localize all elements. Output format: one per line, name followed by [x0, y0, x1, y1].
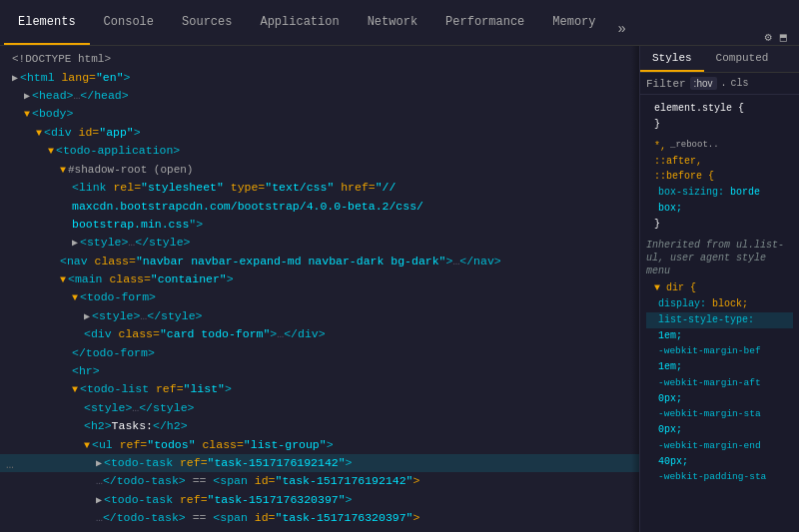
filter-bar: Filter :hov . cls	[640, 73, 799, 95]
tab-console[interactable]: Console	[90, 0, 168, 45]
dom-line-ul: ▼<ul ref="todos" class="list-group">	[0, 436, 639, 454]
dom-line-style1: ▶<style>…</style>	[0, 234, 639, 252]
tab-styles[interactable]: Styles	[640, 46, 704, 72]
dir-style-block: ▼ dir { display: block; list-style-type:…	[640, 278, 799, 487]
dom-line-hr: <hr>	[0, 362, 639, 380]
tab-icons: ⚙ ⬒	[765, 30, 795, 45]
dom-line-todo-form-open: ▼<todo-form>	[0, 288, 639, 306]
dom-line-todo-form-close: </todo-form>	[0, 344, 639, 362]
tab-bar: Elements Console Sources Application Net…	[0, 0, 799, 46]
dom-line-task1[interactable]: … ▶<todo-task ref="task-1517176192142">	[0, 454, 639, 472]
more-tabs-icon[interactable]: »	[610, 13, 634, 45]
dom-line-doctype: <!DOCTYPE html>	[0, 50, 639, 69]
tab-network[interactable]: Network	[354, 0, 431, 45]
dom-line-todo-list: ▼<todo-list ref="list">	[0, 380, 639, 398]
dom-line-html: ▶<html lang="en">	[0, 69, 639, 87]
inherited-label: Inherited from ul.list-	[640, 236, 799, 253]
dom-line-nav: <nav class="navbar navbar-expand-md navb…	[0, 253, 639, 270]
styles-content: element.style { } *, _reboot.. ::after, …	[640, 95, 799, 532]
tab-application[interactable]: Application	[246, 0, 353, 45]
dom-line-head: ▶<head>…</head>	[0, 87, 639, 105]
dom-line-div-card: <div class="card todo-form">…</div>	[0, 325, 639, 343]
dom-line-task2[interactable]: ▶<todo-task ref="task-1517176320397">	[0, 491, 639, 509]
styles-panel: Styles Computed Filter :hov . cls elemen…	[639, 46, 799, 532]
dom-line-style2: ▶<style>…</style>	[0, 307, 639, 325]
dom-line-h2: <h2>Tasks:</h2>	[0, 417, 639, 435]
sub-tab-bar: Styles Computed	[640, 46, 799, 73]
tab-performance[interactable]: Performance	[431, 0, 538, 45]
dom-line-shadow: ▼#shadow-root (open)	[0, 161, 639, 180]
dock-icon[interactable]: ⬒	[780, 30, 787, 45]
tab-elements[interactable]: Elements	[4, 0, 90, 45]
dom-line-style3: <style>…</style>	[0, 399, 639, 417]
dom-line-div-app: ▼<div id="app">	[0, 124, 639, 142]
tab-memory[interactable]: Memory	[538, 0, 609, 45]
dom-line-main: ▼<main class="container">	[0, 270, 639, 288]
dom-line-task2-close: …</todo-task> == <span id="task-15171763…	[0, 509, 639, 527]
dom-line-body: ▼<body>	[0, 105, 639, 123]
tab-sources[interactable]: Sources	[168, 0, 246, 45]
dom-line-task1-close: …</todo-task> == <span id="task-15171761…	[0, 472, 639, 490]
filter-dot: .	[721, 78, 727, 89]
hov-button[interactable]: :hov	[690, 77, 717, 90]
dom-line-link1: <link rel="stylesheet" type="text/css" h…	[0, 179, 639, 197]
dom-panel: <!DOCTYPE html> ▶<html lang="en"> ▶<head…	[0, 46, 639, 532]
inherited-label2: ul, user agent style	[640, 253, 799, 266]
inherited-label3: menu	[640, 266, 799, 278]
dom-line-close-tag: </todo-task>	[0, 528, 639, 532]
universal-style-block: *, _reboot.. ::after, ::before { box-siz…	[640, 137, 799, 235]
filter-label: Filter	[646, 78, 686, 90]
dom-line-link2: maxcdn.bootstrapcdn.com/bootstrap/4.0.0-…	[0, 198, 639, 216]
element-style-selector: element.style {	[654, 103, 744, 114]
cls-label: cls	[731, 78, 749, 89]
element-style-block: element.style { }	[640, 99, 799, 135]
main-content: <!DOCTYPE html> ▶<html lang="en"> ▶<head…	[0, 46, 799, 532]
dom-line-link3: bootstrap.min.css">	[0, 216, 639, 234]
dom-line-todo-app: ▼<todo-application>	[0, 142, 639, 160]
tab-computed[interactable]: Computed	[704, 46, 781, 72]
settings-icon[interactable]: ⚙	[765, 30, 772, 45]
